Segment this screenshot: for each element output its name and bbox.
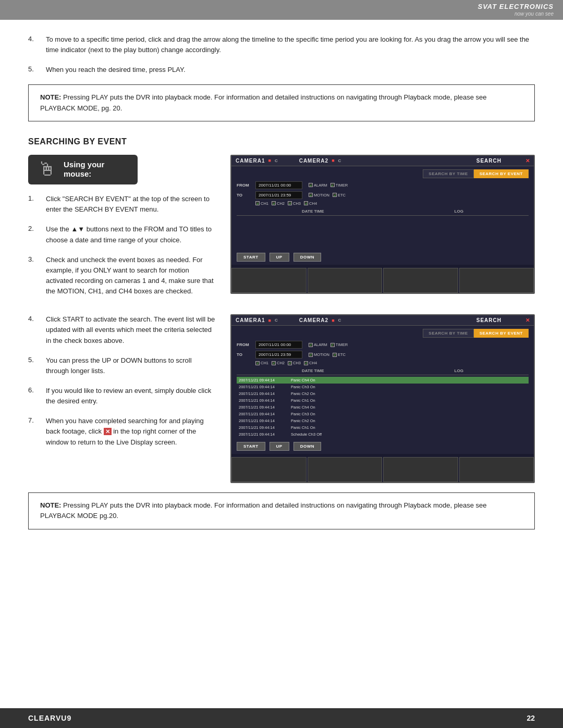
dvr2-tab-time[interactable]: SEARCH BY TIME <box>423 329 473 338</box>
brand-tagline: now you can see <box>478 11 554 17</box>
dvr1-start-button[interactable]: START <box>237 253 265 262</box>
dvr2-table-header: DATE TIME LOG <box>237 368 529 375</box>
dvr2-ch3[interactable]: ✓ CH3 <box>288 361 301 365</box>
step-num-4: 4. <box>28 314 46 346</box>
dvr1-check-timer[interactable]: ✓ TIMER <box>331 183 348 188</box>
dvr2-ch2[interactable]: ✓ CH2 <box>272 361 285 365</box>
dvr1-chk-ch1[interactable]: ✓ <box>255 201 260 205</box>
dvr1-check-group-1: ✓ ALARM ✓ TIMER <box>309 183 348 188</box>
dvr2-event-row[interactable]: 2007/11/21 09:44:14Schedule Ch3 Off <box>237 431 529 438</box>
dvr2-chk-alarm[interactable]: ✓ <box>309 343 313 347</box>
dvr1-from-val[interactable]: 2007/11/21 00:00 <box>255 181 302 189</box>
dvr-screen-2: CAMERA1 ■ C CAMERA2 ■ C SEARCH ✕ SEARCH … <box>230 314 535 483</box>
dvr2-chk-ch1[interactable]: ✓ <box>255 361 260 365</box>
dvr1-chk-motion[interactable]: ✓ <box>309 193 313 197</box>
footer-page: 22 <box>527 714 535 722</box>
dvr2-event-log: Panic Ch1 On <box>291 398 527 403</box>
dvr2-to-val[interactable]: 2007/11/21 23:59 <box>255 351 302 359</box>
dvr1-to-label: TO <box>237 193 252 198</box>
dvr2-event-row[interactable]: 2007/11/21 09:44:14Panic Ch3 On <box>237 411 529 417</box>
dvr2-start-button[interactable]: START <box>237 442 265 451</box>
dvr1-tab-event[interactable]: SEARCH BY EVENT <box>474 169 529 178</box>
step-num-7: 7. <box>28 416 46 447</box>
dvr2-up-button[interactable]: UP <box>270 442 289 451</box>
dvr2-event-row[interactable]: 2007/11/21 09:44:14Panic Ch3 On <box>237 384 529 390</box>
step-text-4: Click START to activate the search. The … <box>46 314 216 346</box>
dvr2-ch1[interactable]: ✓ CH1 <box>255 361 268 365</box>
dvr2-event-row[interactable]: 2007/11/21 09:44:14Panic Ch2 On <box>237 390 529 397</box>
dvr1-chk-ch3[interactable]: ✓ <box>288 201 292 205</box>
dvr1-top-bar: CAMERA1 ■ C CAMERA2 ■ C SEARCH ✕ <box>231 156 534 166</box>
dvr2-body: SEARCH BY TIME SEARCH BY EVENT FROM 2007… <box>231 326 534 454</box>
dvr2-event-datetime: 2007/11/21 09:44:14 <box>239 412 291 416</box>
dvr2-event-log: Panic Ch3 On <box>291 412 527 416</box>
dvr1-check-motion[interactable]: ✓ MOTION <box>309 193 329 198</box>
dvr1-chk-ch2[interactable]: ✓ <box>272 201 276 205</box>
event-step-4: 4. Click START to activate the search. T… <box>28 314 216 346</box>
dvr2-event-row[interactable]: 2007/11/21 09:44:14Panic Ch2 On <box>237 417 529 424</box>
dvr2-chk-motion[interactable]: ✓ <box>309 353 313 357</box>
dvr2-down-button[interactable]: DOWN <box>293 442 321 451</box>
dvr1-chk-timer[interactable]: ✓ <box>331 183 335 187</box>
dvr2-tab-event[interactable]: SEARCH BY EVENT <box>474 329 529 338</box>
dvr1-check-group-2: ✓ MOTION ✓ ETC <box>309 193 346 198</box>
dvr1-down-button[interactable]: DOWN <box>293 253 321 262</box>
dvr1-check-alarm[interactable]: ✓ ALARM <box>309 183 327 188</box>
dvr1-rec1-icon: ■ <box>268 158 271 163</box>
dvr2-chk-timer[interactable]: ✓ <box>331 343 335 347</box>
dvr2-event-row[interactable]: 2007/11/21 09:44:14Panic Ch4 On <box>237 377 529 384</box>
dvr2-buttons: START UP DOWN <box>237 442 529 451</box>
dvr2-tabs[interactable]: SEARCH BY TIME SEARCH BY EVENT <box>237 329 529 338</box>
dvr1-close-icon[interactable]: ✕ <box>525 158 530 164</box>
dvr1-ch4[interactable]: ✓ CH4 <box>304 201 317 206</box>
dvr1-preview-row <box>231 268 534 293</box>
dvr2-rec1-icon: ■ <box>268 318 271 323</box>
dvr1-ch2[interactable]: ✓ CH2 <box>272 201 285 206</box>
step-text-6: If you would like to review an event, si… <box>46 386 216 406</box>
dvr2-check-alarm[interactable]: ✓ ALARM <box>309 342 327 347</box>
dvr2-check-motion[interactable]: ✓ MOTION <box>309 352 329 357</box>
dvr1-rec2-icon: ■ <box>332 158 335 163</box>
note-label-2: NOTE: <box>40 501 61 509</box>
dvr1-to-val[interactable]: 2007/11/21 23:59 <box>255 191 302 199</box>
dvr2-event-log: Panic Ch3 On <box>291 385 527 389</box>
dvr1-up-button[interactable]: UP <box>270 253 289 262</box>
dvr1-preview-4 <box>459 268 534 293</box>
dvr2-event-row[interactable]: 2007/11/21 09:44:14Panic Ch1 On <box>237 397 529 404</box>
dvr1-tabs[interactable]: SEARCH BY TIME SEARCH BY EVENT <box>237 169 529 178</box>
dvr1-check-etc[interactable]: ✓ ETC <box>333 193 346 198</box>
dvr-screen-1: CAMERA1 ■ C CAMERA2 ■ C SEARCH ✕ SE <box>230 155 535 294</box>
dvr2-event-row[interactable]: 2007/11/21 09:44:14Panic Ch1 On <box>237 424 529 431</box>
dvr2-ch4[interactable]: ✓ CH4 <box>304 361 317 365</box>
event-step-1: 1. Click "SEARCH BY EVENT" at the top of… <box>28 194 216 215</box>
dvr2-event-row[interactable]: 2007/11/21 09:44:14Panic Ch4 On <box>237 404 529 411</box>
dvr2-chk-ch3[interactable]: ✓ <box>288 361 292 365</box>
dvr2-event-datetime: 2007/11/21 09:44:14 <box>239 391 291 396</box>
note-box-1: NOTE: Pressing PLAY puts the DVR into pl… <box>28 84 535 121</box>
dvr2-check-etc[interactable]: ✓ ETC <box>333 352 346 357</box>
dvr2-from-val[interactable]: 2007/11/21 00:00 <box>255 341 302 349</box>
dvr2-close-icon[interactable]: ✕ <box>525 317 530 323</box>
dvr1-to-row: TO 2007/11/21 23:59 ✓ MOTION ✓ ETC <box>237 191 529 199</box>
intro-item-5: 5. When you reach the desired time, pres… <box>28 65 535 75</box>
dvr2-check-group-2: ✓ MOTION ✓ ETC <box>309 352 346 357</box>
dvr2-chk-ch4[interactable]: ✓ <box>304 361 308 365</box>
event-step-2: 2. Use the ▲▼ buttons next to the FROM a… <box>28 224 216 245</box>
close-x-icon[interactable]: ✕ <box>104 428 112 435</box>
dvr1-tab-time[interactable]: SEARCH BY TIME <box>423 169 473 178</box>
step-num-5: 5. <box>28 355 46 376</box>
dvr2-check-timer[interactable]: ✓ TIMER <box>331 342 348 347</box>
dvr2-event-list[interactable]: 2007/11/21 09:44:14Panic Ch4 On2007/11/2… <box>237 377 529 438</box>
event-step-3: 3. Check and uncheck the event boxes as … <box>28 255 216 297</box>
dvr2-chk-ch2[interactable]: ✓ <box>272 361 276 365</box>
dvr2-chk-etc[interactable]: ✓ <box>333 353 337 357</box>
dvr1-ch1[interactable]: ✓ CH1 <box>255 201 268 206</box>
step-num-2: 2. <box>28 224 46 245</box>
event-step-7: 7. When you have completed searching for… <box>28 416 216 447</box>
dvr1-chk-ch4[interactable]: ✓ <box>304 201 308 205</box>
dvr1-chk-etc[interactable]: ✓ <box>333 193 337 197</box>
dvr2-rec2-icon: ■ <box>332 318 335 323</box>
dvr2-to-label: TO <box>237 352 252 357</box>
dvr1-chk-alarm[interactable]: ✓ <box>309 183 313 187</box>
dvr1-ch3[interactable]: ✓ CH3 <box>288 201 301 206</box>
